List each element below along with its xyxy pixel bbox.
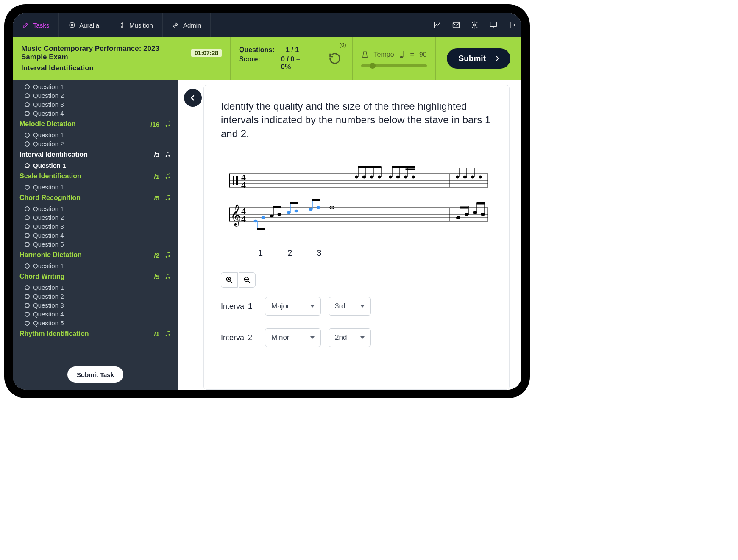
question-label: Question 2 [33,293,64,300]
sidebar-question[interactable]: Question 1 [13,183,178,191]
reports-icon-button[interactable] [428,13,447,37]
sidebar-question[interactable]: Question 3 [13,301,178,310]
messages-icon-button[interactable] [447,13,465,37]
logout-icon-button[interactable] [503,13,521,37]
chevron-down-icon [360,336,365,339]
music-icon [164,273,171,280]
sidebar-section[interactable]: Chord Writing/5 [13,270,178,283]
conductor-icon [118,21,126,29]
submit-button[interactable]: Submit [447,48,510,69]
svg-point-8 [166,125,167,127]
svg-point-15 [169,198,170,200]
interval-numbers: 123 [258,248,492,258]
display-icon-button[interactable] [484,13,503,37]
question-status-dot [25,163,30,168]
settings-icon-button[interactable] [465,13,484,37]
question-status-dot [25,206,30,211]
svg-rect-93 [312,199,320,201]
question-status-dot [25,263,30,269]
question-prompt: Identify the quality and the size of the… [221,100,492,141]
sidebar-question[interactable]: Question 1 [13,130,178,139]
sidebar-question[interactable]: Question 2 [13,139,178,148]
logout-icon [508,21,516,29]
sidebar-question[interactable]: Question 4 [13,109,178,118]
sidebar-section[interactable]: Scale Identification/1 [13,170,178,183]
chevron-down-icon [360,305,365,308]
sidebar-question[interactable]: Question 2 [13,213,178,222]
svg-text:4: 4 [241,180,246,190]
topic-title: Interval Identification [21,64,222,72]
sidebar-question[interactable]: Question 1 [13,261,178,270]
size-value: 3rd [335,302,345,310]
sidebar-section[interactable]: Rhythm Identification/1 [13,327,178,340]
section-title: Scale Identification [19,172,81,180]
zoom-in-icon [225,276,234,284]
metronome-icon [361,50,369,59]
sidebar-question[interactable]: Question 5 [13,319,178,327]
nav-tab-admin[interactable]: Admin [163,13,211,37]
sidebar-question[interactable]: Question 2 [13,292,178,301]
zoom-out-button[interactable] [239,272,256,288]
ear-icon [68,21,76,29]
size-select[interactable]: 3rd [329,297,371,316]
quality-select[interactable]: Minor [265,328,321,347]
svg-point-19 [169,277,170,278]
nav-tab-musition[interactable]: Musition [109,13,163,37]
chevron-left-icon [189,94,197,102]
tempo-value: 90 [419,51,427,58]
quality-select[interactable]: Major [265,297,321,316]
submit-task-button[interactable]: Submit Task [67,366,123,383]
question-label: Question 2 [33,140,64,147]
svg-point-11 [169,155,170,156]
svg-rect-88 [290,202,298,204]
question-label: Question 3 [33,223,64,230]
question-status-dot [25,133,30,138]
wrench-icon [172,21,180,29]
replay-button[interactable]: (0) [317,37,352,80]
monitor-icon [489,21,498,29]
sidebar-question[interactable]: Question 4 [13,231,178,240]
svg-rect-7 [403,51,404,57]
question-status-dot [25,111,30,116]
interval-number: 1 [258,248,263,258]
music-score: 4 4 [221,161,492,246]
nav-tab-tasks[interactable]: Tasks [13,13,59,37]
answer-row: Interval 2Minor2nd [221,328,492,347]
sidebar-section[interactable]: Interval Identification/3 [13,148,178,161]
svg-rect-105 [477,202,485,204]
size-select[interactable]: 2nd [329,328,371,347]
svg-point-6 [400,56,403,58]
svg-point-86 [295,210,298,212]
interval-label: Interval 1 [221,302,257,311]
sidebar-section[interactable]: Melodic Dictation/16 [13,118,178,130]
svg-point-9 [169,125,170,126]
sidebar-question[interactable]: Question 1 [13,283,178,292]
gear-icon [471,21,479,29]
sidebar-question[interactable]: Question 2 [13,91,178,100]
music-icon [164,173,171,180]
sidebar-section[interactable]: Chord Recognition/5 [13,191,178,204]
sidebar-question[interactable]: Question 1 [13,82,178,91]
zoom-in-button[interactable] [221,272,238,288]
chevron-down-icon [310,305,315,308]
section-title: Melodic Dictation [19,120,75,128]
question-label: Question 3 [33,101,64,108]
sidebar-question[interactable]: Question 5 [13,240,178,249]
back-button[interactable] [184,89,202,107]
sidebar-question[interactable]: Question 1 [13,204,178,213]
tempo-slider[interactable] [361,64,427,67]
nav-tab-tasks-label: Tasks [33,22,49,29]
sidebar-question[interactable]: Question 3 [13,222,178,231]
svg-point-74 [254,220,258,222]
sidebar-question[interactable]: Question 3 [13,100,178,109]
sidebar-question[interactable]: Question 1 [13,161,178,170]
score-label: Score: [239,55,277,71]
section-points: /16 [150,121,159,128]
svg-point-1 [71,24,73,26]
nav-tab-auralia[interactable]: Auralia [59,13,109,37]
sidebar-section[interactable]: Harmonic Dictation/2 [13,249,178,261]
sidebar-question[interactable]: Question 4 [13,310,178,319]
tempo-control: Tempo = 90 [353,37,435,80]
question-status-dot [25,84,30,89]
question-status-dot [25,215,30,220]
